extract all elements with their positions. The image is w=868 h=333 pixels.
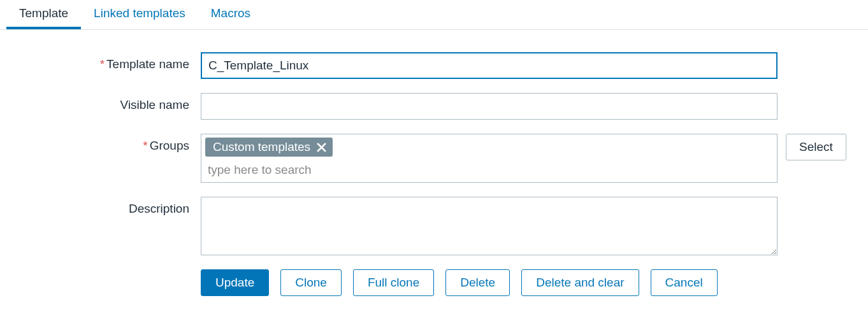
form-actions: Update Clone Full clone Delete Delete an… [201,269,855,296]
cancel-button[interactable]: Cancel [651,269,718,296]
clone-button[interactable]: Clone [280,269,342,296]
group-tag-label: Custom templates [213,140,310,154]
delete-and-clear-button[interactable]: Delete and clear [521,269,639,296]
row-description: Description [13,197,855,255]
row-visible-name: Visible name [13,93,855,120]
visible-name-input[interactable] [201,93,778,120]
label-template-name-text: Template name [106,57,189,71]
delete-button[interactable]: Delete [445,269,510,296]
groups-multiselect[interactable]: Custom templates [201,134,778,183]
label-groups-text: Groups [150,139,189,152]
groups-container: Custom templates Select [201,134,846,183]
groups-search-input[interactable] [205,159,773,182]
groups-select-button[interactable]: Select [786,134,846,160]
label-template-name: *Template name [13,52,201,71]
template-form: *Template name Visible name *Groups Cust… [0,30,868,309]
label-description: Description [13,197,201,216]
required-marker: * [100,57,105,71]
description-textarea[interactable] [201,197,778,255]
row-groups: *Groups Custom templates Select [13,134,855,183]
label-groups: *Groups [13,134,201,153]
required-marker: * [143,139,147,152]
label-visible-name: Visible name [13,93,201,112]
label-description-text: Description [129,202,189,215]
group-tag: Custom templates [205,138,333,157]
tabs-bar: Template Linked templates Macros [0,0,868,30]
update-button[interactable]: Update [201,269,269,296]
remove-tag-icon[interactable] [317,143,326,152]
row-template-name: *Template name [13,52,855,79]
label-visible-name-text: Visible name [120,98,189,111]
template-name-input[interactable] [201,52,778,79]
full-clone-button[interactable]: Full clone [353,269,434,296]
tab-linked-templates[interactable]: Linked templates [81,0,198,29]
tab-macros[interactable]: Macros [198,0,263,29]
tab-template[interactable]: Template [6,0,81,29]
